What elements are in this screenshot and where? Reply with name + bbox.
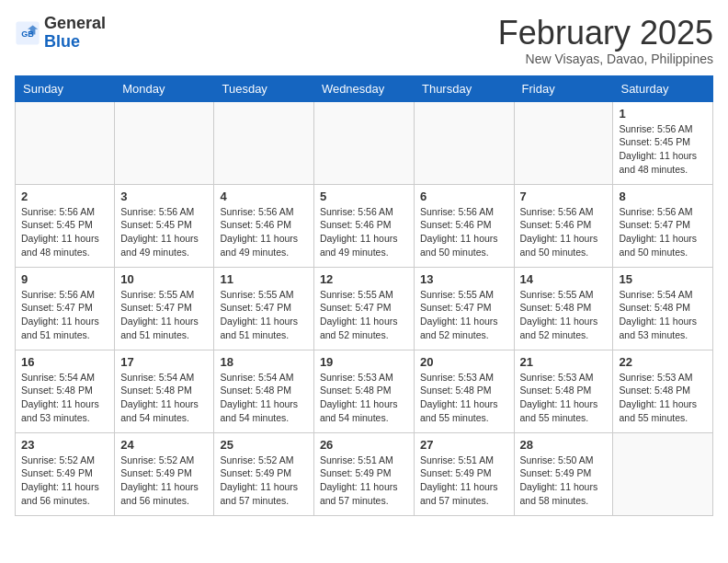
weekday-header-row: SundayMondayTuesdayWednesdayThursdayFrid…	[16, 75, 713, 101]
calendar-day-cell: 27Sunrise: 5:51 AM Sunset: 5:49 PM Dayli…	[414, 432, 514, 515]
month-title: February 2025	[498, 15, 713, 52]
calendar-day-cell: 16Sunrise: 5:54 AM Sunset: 5:48 PM Dayli…	[16, 350, 115, 432]
day-number: 5	[320, 190, 408, 203]
day-info: Sunrise: 5:54 AM Sunset: 5:48 PM Dayligh…	[21, 371, 108, 425]
day-number: 26	[320, 438, 408, 452]
day-info: Sunrise: 5:53 AM Sunset: 5:48 PM Dayligh…	[320, 371, 408, 425]
day-info: Sunrise: 5:50 AM Sunset: 5:49 PM Dayligh…	[520, 454, 608, 508]
calendar-day-cell	[313, 101, 414, 184]
day-number: 21	[520, 355, 608, 369]
day-info: Sunrise: 5:55 AM Sunset: 5:47 PM Dayligh…	[220, 288, 307, 342]
calendar-day-cell: 15Sunrise: 5:54 AM Sunset: 5:48 PM Dayli…	[613, 267, 713, 350]
calendar-day-cell	[613, 432, 713, 515]
day-info: Sunrise: 5:51 AM Sunset: 5:49 PM Dayligh…	[420, 454, 508, 508]
calendar-week-row: 23Sunrise: 5:52 AM Sunset: 5:49 PM Dayli…	[16, 432, 713, 515]
calendar-day-cell: 23Sunrise: 5:52 AM Sunset: 5:49 PM Dayli…	[16, 432, 115, 515]
day-info: Sunrise: 5:56 AM Sunset: 5:47 PM Dayligh…	[619, 205, 707, 259]
calendar-day-cell: 13Sunrise: 5:55 AM Sunset: 5:47 PM Dayli…	[414, 267, 514, 350]
weekday-header-monday: Monday	[115, 75, 214, 101]
calendar-day-cell: 18Sunrise: 5:54 AM Sunset: 5:48 PM Dayli…	[214, 350, 313, 432]
weekday-header-sunday: Sunday	[16, 75, 115, 101]
day-number: 16	[21, 355, 108, 369]
calendar-day-cell: 1Sunrise: 5:56 AM Sunset: 5:45 PM Daylig…	[613, 101, 713, 184]
weekday-header-friday: Friday	[514, 75, 613, 101]
weekday-header-tuesday: Tuesday	[214, 75, 313, 101]
day-number: 1	[619, 107, 707, 121]
calendar-day-cell: 7Sunrise: 5:56 AM Sunset: 5:46 PM Daylig…	[514, 184, 613, 267]
day-number: 20	[420, 355, 508, 369]
calendar-day-cell: 4Sunrise: 5:56 AM Sunset: 5:46 PM Daylig…	[214, 184, 313, 267]
day-info: Sunrise: 5:56 AM Sunset: 5:45 PM Dayligh…	[619, 122, 707, 177]
calendar-day-cell: 20Sunrise: 5:53 AM Sunset: 5:48 PM Dayli…	[414, 350, 514, 432]
logo-icon: GB	[15, 20, 40, 46]
day-number: 2	[21, 190, 108, 203]
day-info: Sunrise: 5:53 AM Sunset: 5:48 PM Dayligh…	[420, 371, 508, 425]
day-number: 25	[220, 438, 307, 452]
day-info: Sunrise: 5:52 AM Sunset: 5:49 PM Dayligh…	[120, 454, 208, 508]
day-info: Sunrise: 5:55 AM Sunset: 5:47 PM Dayligh…	[120, 288, 208, 342]
day-number: 6	[420, 190, 508, 203]
day-info: Sunrise: 5:51 AM Sunset: 5:49 PM Dayligh…	[320, 454, 408, 508]
location-text: New Visayas, Davao, Philippines	[498, 52, 713, 66]
day-number: 19	[320, 355, 408, 369]
day-info: Sunrise: 5:56 AM Sunset: 5:46 PM Dayligh…	[320, 205, 408, 259]
weekday-header-wednesday: Wednesday	[313, 75, 414, 101]
day-number: 18	[220, 355, 307, 369]
calendar-day-cell: 22Sunrise: 5:53 AM Sunset: 5:48 PM Dayli…	[613, 350, 713, 432]
calendar-day-cell	[214, 101, 313, 184]
day-info: Sunrise: 5:53 AM Sunset: 5:48 PM Dayligh…	[520, 371, 608, 425]
calendar-day-cell: 19Sunrise: 5:53 AM Sunset: 5:48 PM Dayli…	[313, 350, 414, 432]
day-number: 9	[21, 272, 108, 286]
calendar-day-cell: 21Sunrise: 5:53 AM Sunset: 5:48 PM Dayli…	[514, 350, 613, 432]
day-info: Sunrise: 5:56 AM Sunset: 5:46 PM Dayligh…	[220, 205, 307, 259]
day-info: Sunrise: 5:56 AM Sunset: 5:47 PM Dayligh…	[21, 288, 108, 342]
day-info: Sunrise: 5:55 AM Sunset: 5:47 PM Dayligh…	[420, 288, 508, 342]
weekday-header-thursday: Thursday	[414, 75, 514, 101]
calendar-day-cell: 8Sunrise: 5:56 AM Sunset: 5:47 PM Daylig…	[613, 184, 713, 267]
calendar-day-cell: 12Sunrise: 5:55 AM Sunset: 5:47 PM Dayli…	[313, 267, 414, 350]
calendar-day-cell: 14Sunrise: 5:55 AM Sunset: 5:48 PM Dayli…	[514, 267, 613, 350]
day-number: 8	[619, 190, 707, 203]
day-info: Sunrise: 5:54 AM Sunset: 5:48 PM Dayligh…	[120, 371, 208, 425]
calendar-day-cell: 25Sunrise: 5:52 AM Sunset: 5:49 PM Dayli…	[214, 432, 313, 515]
calendar-week-row: 9Sunrise: 5:56 AM Sunset: 5:47 PM Daylig…	[16, 267, 713, 350]
day-info: Sunrise: 5:56 AM Sunset: 5:46 PM Dayligh…	[520, 205, 608, 259]
calendar-day-cell: 9Sunrise: 5:56 AM Sunset: 5:47 PM Daylig…	[16, 267, 115, 350]
calendar-day-cell: 28Sunrise: 5:50 AM Sunset: 5:49 PM Dayli…	[514, 432, 613, 515]
day-number: 14	[520, 272, 608, 286]
calendar-table: SundayMondayTuesdayWednesdayThursdayFrid…	[15, 75, 713, 516]
day-number: 4	[220, 190, 307, 203]
day-info: Sunrise: 5:53 AM Sunset: 5:48 PM Dayligh…	[619, 371, 707, 425]
calendar-day-cell	[115, 101, 214, 184]
day-number: 12	[320, 272, 408, 286]
day-info: Sunrise: 5:54 AM Sunset: 5:48 PM Dayligh…	[619, 288, 707, 342]
day-info: Sunrise: 5:56 AM Sunset: 5:45 PM Dayligh…	[120, 205, 208, 259]
day-number: 24	[120, 438, 208, 452]
day-number: 13	[420, 272, 508, 286]
calendar-day-cell: 26Sunrise: 5:51 AM Sunset: 5:49 PM Dayli…	[313, 432, 414, 515]
calendar-day-cell: 17Sunrise: 5:54 AM Sunset: 5:48 PM Dayli…	[115, 350, 214, 432]
calendar-week-row: 1Sunrise: 5:56 AM Sunset: 5:45 PM Daylig…	[16, 101, 713, 184]
day-number: 22	[619, 355, 707, 369]
page-header: GB General Blue February 2025 New Visaya…	[15, 15, 713, 66]
calendar-day-cell	[414, 101, 514, 184]
calendar-day-cell: 5Sunrise: 5:56 AM Sunset: 5:46 PM Daylig…	[313, 184, 414, 267]
day-info: Sunrise: 5:52 AM Sunset: 5:49 PM Dayligh…	[220, 454, 307, 508]
day-number: 3	[120, 190, 208, 203]
calendar-day-cell: 6Sunrise: 5:56 AM Sunset: 5:46 PM Daylig…	[414, 184, 514, 267]
day-number: 15	[619, 272, 707, 286]
logo-blue-text: Blue	[44, 32, 80, 51]
day-number: 17	[120, 355, 208, 369]
calendar-week-row: 16Sunrise: 5:54 AM Sunset: 5:48 PM Dayli…	[16, 350, 713, 432]
day-number: 10	[120, 272, 208, 286]
logo: GB General Blue	[15, 15, 106, 52]
day-number: 27	[420, 438, 508, 452]
day-info: Sunrise: 5:54 AM Sunset: 5:48 PM Dayligh…	[220, 371, 307, 425]
weekday-header-saturday: Saturday	[613, 75, 713, 101]
calendar-day-cell	[16, 101, 115, 184]
day-info: Sunrise: 5:55 AM Sunset: 5:48 PM Dayligh…	[520, 288, 608, 342]
day-info: Sunrise: 5:56 AM Sunset: 5:46 PM Dayligh…	[420, 205, 508, 259]
calendar-day-cell: 3Sunrise: 5:56 AM Sunset: 5:45 PM Daylig…	[115, 184, 214, 267]
day-number: 11	[220, 272, 307, 286]
calendar-day-cell: 24Sunrise: 5:52 AM Sunset: 5:49 PM Dayli…	[115, 432, 214, 515]
